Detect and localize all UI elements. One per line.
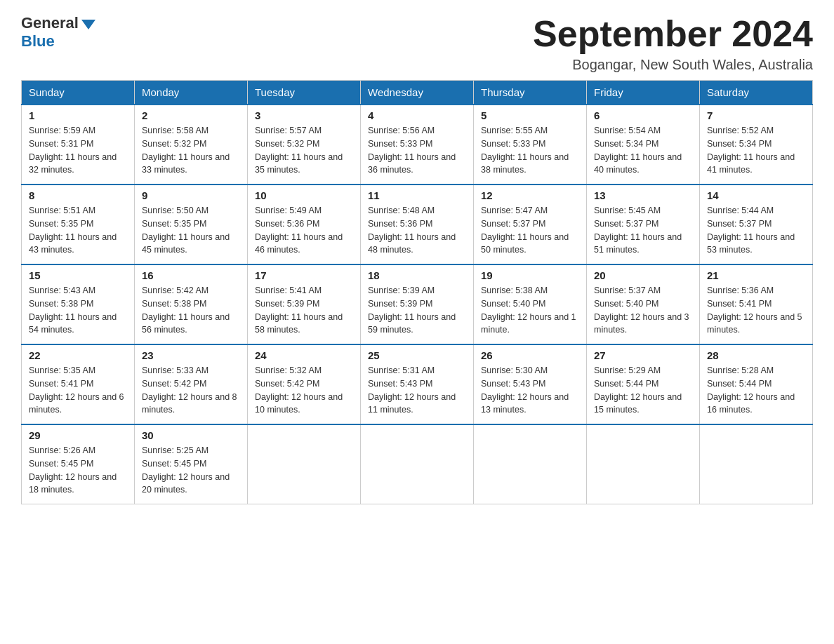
column-header-sunday: Sunday <box>22 81 135 105</box>
column-header-monday: Monday <box>135 81 248 105</box>
day-number: 27 <box>594 349 692 361</box>
day-info: Sunrise: 5:36 AM Sunset: 5:41 PM Dayligh… <box>707 284 805 337</box>
day-info: Sunrise: 5:43 AM Sunset: 5:38 PM Dayligh… <box>29 284 127 337</box>
day-info: Sunrise: 5:30 AM Sunset: 5:43 PM Dayligh… <box>481 364 579 417</box>
day-info: Sunrise: 5:37 AM Sunset: 5:40 PM Dayligh… <box>594 284 692 337</box>
calendar-cell: 26 Sunrise: 5:30 AM Sunset: 5:43 PM Dayl… <box>474 344 587 424</box>
day-info: Sunrise: 5:39 AM Sunset: 5:39 PM Dayligh… <box>368 284 466 337</box>
day-number: 26 <box>481 349 579 361</box>
day-info: Sunrise: 5:32 AM Sunset: 5:42 PM Dayligh… <box>255 364 353 417</box>
day-info: Sunrise: 5:48 AM Sunset: 5:36 PM Dayligh… <box>368 204 466 257</box>
calendar-cell: 25 Sunrise: 5:31 AM Sunset: 5:43 PM Dayl… <box>361 344 474 424</box>
day-number: 3 <box>255 109 353 121</box>
calendar-cell: 21 Sunrise: 5:36 AM Sunset: 5:41 PM Dayl… <box>700 264 813 344</box>
day-info: Sunrise: 5:31 AM Sunset: 5:43 PM Dayligh… <box>368 364 466 417</box>
day-info: Sunrise: 5:25 AM Sunset: 5:45 PM Dayligh… <box>142 444 240 497</box>
logo-text: General <box>21 14 95 32</box>
day-number: 12 <box>481 189 579 201</box>
day-info: Sunrise: 5:42 AM Sunset: 5:38 PM Dayligh… <box>142 284 240 337</box>
calendar-cell: 9 Sunrise: 5:50 AM Sunset: 5:35 PM Dayli… <box>135 185 248 264</box>
calendar-cell: 7 Sunrise: 5:52 AM Sunset: 5:34 PM Dayli… <box>700 105 813 185</box>
calendar-cell: 12 Sunrise: 5:47 AM Sunset: 5:37 PM Dayl… <box>474 185 587 264</box>
calendar-cell: 24 Sunrise: 5:32 AM Sunset: 5:42 PM Dayl… <box>248 344 361 424</box>
day-number: 7 <box>707 109 805 121</box>
day-number: 30 <box>142 429 240 441</box>
calendar-table: SundayMondayTuesdayWednesdayThursdayFrid… <box>21 80 813 504</box>
day-info: Sunrise: 5:45 AM Sunset: 5:37 PM Dayligh… <box>594 204 692 257</box>
day-info: Sunrise: 5:35 AM Sunset: 5:41 PM Dayligh… <box>29 364 127 417</box>
calendar-cell: 6 Sunrise: 5:54 AM Sunset: 5:34 PM Dayli… <box>587 105 700 185</box>
calendar-cell: 11 Sunrise: 5:48 AM Sunset: 5:36 PM Dayl… <box>361 185 474 264</box>
day-info: Sunrise: 5:29 AM Sunset: 5:44 PM Dayligh… <box>594 364 692 417</box>
day-number: 13 <box>594 189 692 201</box>
day-info: Sunrise: 5:38 AM Sunset: 5:40 PM Dayligh… <box>481 284 579 337</box>
day-number: 22 <box>29 349 127 361</box>
day-info: Sunrise: 5:47 AM Sunset: 5:37 PM Dayligh… <box>481 204 579 257</box>
location: Bogangar, New South Wales, Australia <box>533 57 813 73</box>
day-number: 6 <box>594 109 692 121</box>
month-title: September 2024 <box>533 14 813 54</box>
day-info: Sunrise: 5:51 AM Sunset: 5:35 PM Dayligh… <box>29 204 127 257</box>
day-number: 14 <box>707 189 805 201</box>
day-number: 8 <box>29 189 127 201</box>
day-info: Sunrise: 5:57 AM Sunset: 5:32 PM Dayligh… <box>255 124 353 177</box>
calendar-cell: 16 Sunrise: 5:42 AM Sunset: 5:38 PM Dayl… <box>135 264 248 344</box>
calendar-cell: 29 Sunrise: 5:26 AM Sunset: 5:45 PM Dayl… <box>22 424 135 504</box>
calendar-week-row: 1 Sunrise: 5:59 AM Sunset: 5:31 PM Dayli… <box>22 105 813 185</box>
logo-arrow-icon <box>81 20 95 29</box>
calendar-cell: 23 Sunrise: 5:33 AM Sunset: 5:42 PM Dayl… <box>135 344 248 424</box>
column-header-tuesday: Tuesday <box>248 81 361 105</box>
day-number: 1 <box>29 109 127 121</box>
calendar-cell: 10 Sunrise: 5:49 AM Sunset: 5:36 PM Dayl… <box>248 185 361 264</box>
calendar-cell: 8 Sunrise: 5:51 AM Sunset: 5:35 PM Dayli… <box>22 185 135 264</box>
day-number: 29 <box>29 429 127 441</box>
calendar-cell: 30 Sunrise: 5:25 AM Sunset: 5:45 PM Dayl… <box>135 424 248 504</box>
day-info: Sunrise: 5:33 AM Sunset: 5:42 PM Dayligh… <box>142 364 240 417</box>
day-number: 24 <box>255 349 353 361</box>
day-number: 20 <box>594 269 692 281</box>
day-number: 17 <box>255 269 353 281</box>
logo-general: General <box>21 14 79 32</box>
day-number: 11 <box>368 189 466 201</box>
day-number: 21 <box>707 269 805 281</box>
calendar-cell <box>361 424 474 504</box>
day-number: 10 <box>255 189 353 201</box>
column-header-thursday: Thursday <box>474 81 587 105</box>
day-number: 25 <box>368 349 466 361</box>
day-number: 18 <box>368 269 466 281</box>
calendar-cell: 19 Sunrise: 5:38 AM Sunset: 5:40 PM Dayl… <box>474 264 587 344</box>
day-number: 2 <box>142 109 240 121</box>
calendar-cell: 20 Sunrise: 5:37 AM Sunset: 5:40 PM Dayl… <box>587 264 700 344</box>
page-header: General Blue September 2024 Bogangar, Ne… <box>21 14 813 73</box>
day-info: Sunrise: 5:55 AM Sunset: 5:33 PM Dayligh… <box>481 124 579 177</box>
day-number: 15 <box>29 269 127 281</box>
day-info: Sunrise: 5:52 AM Sunset: 5:34 PM Dayligh… <box>707 124 805 177</box>
day-number: 5 <box>481 109 579 121</box>
day-number: 19 <box>481 269 579 281</box>
day-info: Sunrise: 5:44 AM Sunset: 5:37 PM Dayligh… <box>707 204 805 257</box>
logo-blue: Blue <box>21 32 55 51</box>
title-section: September 2024 Bogangar, New South Wales… <box>533 14 813 73</box>
day-info: Sunrise: 5:59 AM Sunset: 5:31 PM Dayligh… <box>29 124 127 177</box>
day-info: Sunrise: 5:28 AM Sunset: 5:44 PM Dayligh… <box>707 364 805 417</box>
day-number: 23 <box>142 349 240 361</box>
calendar-cell: 22 Sunrise: 5:35 AM Sunset: 5:41 PM Dayl… <box>22 344 135 424</box>
calendar-cell: 3 Sunrise: 5:57 AM Sunset: 5:32 PM Dayli… <box>248 105 361 185</box>
day-info: Sunrise: 5:56 AM Sunset: 5:33 PM Dayligh… <box>368 124 466 177</box>
calendar-week-row: 22 Sunrise: 5:35 AM Sunset: 5:41 PM Dayl… <box>22 344 813 424</box>
calendar-cell: 18 Sunrise: 5:39 AM Sunset: 5:39 PM Dayl… <box>361 264 474 344</box>
day-info: Sunrise: 5:54 AM Sunset: 5:34 PM Dayligh… <box>594 124 692 177</box>
calendar-cell: 17 Sunrise: 5:41 AM Sunset: 5:39 PM Dayl… <box>248 264 361 344</box>
column-header-friday: Friday <box>587 81 700 105</box>
calendar-cell: 1 Sunrise: 5:59 AM Sunset: 5:31 PM Dayli… <box>22 105 135 185</box>
calendar-cell <box>474 424 587 504</box>
day-number: 4 <box>368 109 466 121</box>
calendar-week-row: 8 Sunrise: 5:51 AM Sunset: 5:35 PM Dayli… <box>22 185 813 264</box>
day-info: Sunrise: 5:41 AM Sunset: 5:39 PM Dayligh… <box>255 284 353 337</box>
calendar-cell: 13 Sunrise: 5:45 AM Sunset: 5:37 PM Dayl… <box>587 185 700 264</box>
column-header-wednesday: Wednesday <box>361 81 474 105</box>
calendar-header-row: SundayMondayTuesdayWednesdayThursdayFrid… <box>22 81 813 105</box>
calendar-cell: 5 Sunrise: 5:55 AM Sunset: 5:33 PM Dayli… <box>474 105 587 185</box>
calendar-cell: 15 Sunrise: 5:43 AM Sunset: 5:38 PM Dayl… <box>22 264 135 344</box>
calendar-cell <box>700 424 813 504</box>
